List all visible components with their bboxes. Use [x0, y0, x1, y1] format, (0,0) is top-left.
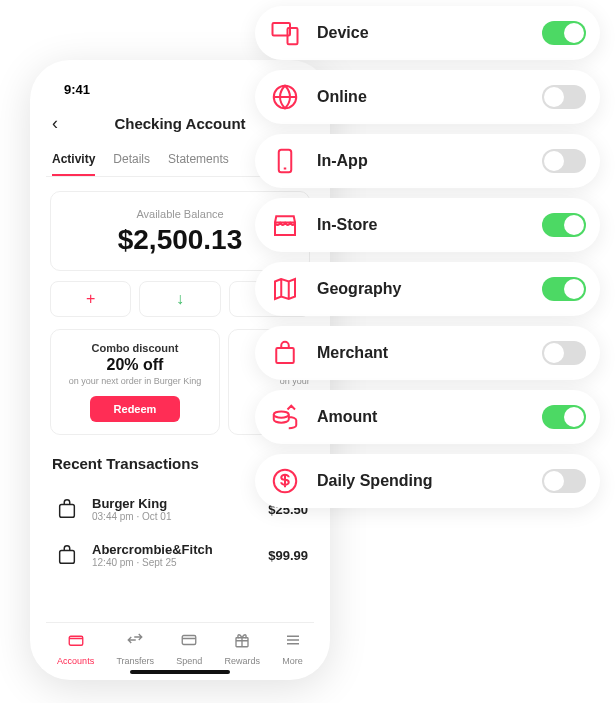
- home-indicator: [130, 670, 230, 674]
- nav-accounts[interactable]: Accounts: [57, 631, 94, 666]
- tab-activity[interactable]: Activity: [52, 144, 95, 176]
- pill-device: Device: [255, 6, 600, 60]
- action-receive[interactable]: ↓: [139, 281, 220, 317]
- pill-geography: Geography: [255, 262, 600, 316]
- bag-icon: [52, 494, 82, 524]
- transaction-name: Abercrombie&Fitch: [92, 542, 258, 557]
- promo-discount: 20% off: [61, 356, 209, 374]
- action-add[interactable]: +: [50, 281, 131, 317]
- nav-transfers[interactable]: Transfers: [116, 631, 154, 666]
- pill-label: In-Store: [317, 216, 528, 234]
- toggle-device[interactable]: [542, 21, 586, 45]
- redeem-button[interactable]: Redeem: [90, 396, 181, 422]
- nav-label: Accounts: [57, 656, 94, 666]
- bottom-nav: Accounts Transfers Spend Rewards More: [46, 622, 314, 670]
- transaction-info: Burger King 03:44 pm · Oct 01: [92, 496, 258, 522]
- svg-rect-9: [276, 348, 294, 363]
- transaction-row[interactable]: Abercrombie&Fitch 12:40 pm · Sept 25 $99…: [46, 532, 314, 578]
- toggle-online[interactable]: [542, 85, 586, 109]
- nav-label: Rewards: [225, 656, 261, 666]
- menu-icon: [284, 631, 302, 653]
- card-icon: [180, 631, 198, 653]
- svg-rect-3: [183, 636, 197, 645]
- nav-label: More: [282, 656, 303, 666]
- transfers-icon: [126, 631, 144, 653]
- promo-card-1: Combo discount 20% off on your next orde…: [50, 329, 220, 435]
- transaction-name: Burger King: [92, 496, 258, 511]
- tab-details[interactable]: Details: [113, 144, 150, 176]
- store-icon: [267, 207, 303, 243]
- dollar-icon: [267, 463, 303, 499]
- svg-rect-1: [60, 550, 75, 563]
- toggle-in-store[interactable]: [542, 213, 586, 237]
- pill-in-app: In-App: [255, 134, 600, 188]
- pill-label: Daily Spending: [317, 472, 528, 490]
- status-time: 9:41: [64, 82, 90, 97]
- transaction-info: Abercrombie&Fitch 12:40 pm · Sept 25: [92, 542, 258, 568]
- pill-label: In-App: [317, 152, 528, 170]
- toggle-in-app[interactable]: [542, 149, 586, 173]
- bag-icon: [267, 335, 303, 371]
- promo-title: Combo discount: [61, 342, 209, 354]
- toggle-daily-spending[interactable]: [542, 469, 586, 493]
- pill-online: Online: [255, 70, 600, 124]
- nav-label: Transfers: [116, 656, 154, 666]
- transaction-time: 03:44 pm · Oct 01: [92, 511, 258, 522]
- svg-point-10: [274, 411, 289, 417]
- toggle-merchant[interactable]: [542, 341, 586, 365]
- toggle-amount[interactable]: [542, 405, 586, 429]
- device-icon: [267, 15, 303, 51]
- pill-label: Online: [317, 88, 528, 106]
- bag-icon: [52, 540, 82, 570]
- pill-label: Merchant: [317, 344, 528, 362]
- pill-merchant: Merchant: [255, 326, 600, 380]
- tab-statements[interactable]: Statements: [168, 144, 229, 176]
- gift-icon: [233, 631, 251, 653]
- coins-icon: [267, 399, 303, 435]
- svg-rect-2: [69, 636, 83, 645]
- globe-icon: [267, 79, 303, 115]
- nav-rewards[interactable]: Rewards: [225, 631, 261, 666]
- nav-label: Spend: [176, 656, 202, 666]
- map-icon: [267, 271, 303, 307]
- pill-label: Geography: [317, 280, 528, 298]
- transaction-amount: $99.99: [268, 548, 308, 563]
- svg-rect-0: [60, 504, 75, 517]
- pill-in-store: In-Store: [255, 198, 600, 252]
- control-pills: Device Online In-App In-Store Geography: [255, 6, 600, 508]
- transaction-time: 12:40 pm · Sept 25: [92, 557, 258, 568]
- wallet-icon: [67, 631, 85, 653]
- toggle-geography[interactable]: [542, 277, 586, 301]
- pill-label: Amount: [317, 408, 528, 426]
- pill-amount: Amount: [255, 390, 600, 444]
- pill-label: Device: [317, 24, 528, 42]
- phone-icon: [267, 143, 303, 179]
- nav-more[interactable]: More: [282, 631, 303, 666]
- promo-sub: on your next order in Burger King: [61, 376, 209, 386]
- pill-daily-spending: Daily Spending: [255, 454, 600, 508]
- nav-spend[interactable]: Spend: [176, 631, 202, 666]
